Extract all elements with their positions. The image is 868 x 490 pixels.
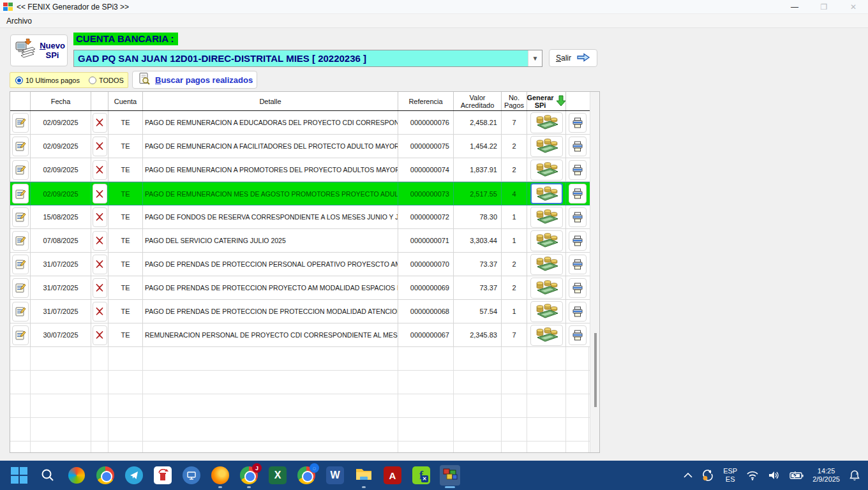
nuevo-spi-button[interactable]: NuevoSPi	[10, 34, 68, 66]
taskbar-chrome-profile-j[interactable]: J	[239, 465, 259, 486]
edit-payment-button[interactable]	[12, 137, 29, 156]
cuenta-cell: TE	[108, 323, 143, 346]
valor-acreditado-cell: 78.30	[454, 205, 502, 228]
table-row[interactable]: 31/07/2025 TE PAGO DE PRENDAS DE PROTECC…	[10, 253, 599, 276]
word-icon: W	[326, 466, 344, 484]
table-row[interactable]: 31/07/2025 TE PAGO DE PRENDAS DE PROTECC…	[10, 276, 599, 300]
taskbar-firefox[interactable]	[210, 465, 230, 486]
close-button[interactable]: ✕	[839, 0, 868, 14]
header-edit-col	[10, 92, 31, 110]
empty-cell	[454, 442, 502, 453]
battery-icon[interactable]	[789, 471, 804, 480]
delete-payment-button[interactable]	[93, 302, 107, 322]
delete-payment-button[interactable]	[93, 160, 107, 180]
table-row[interactable]: 02/09/2025 TE PAGO DE REMUNERACION A FAC…	[10, 135, 599, 158]
taskbar-acrobat[interactable]: A	[382, 465, 403, 486]
print-button[interactable]	[569, 207, 587, 227]
scrollbar-thumb[interactable]	[594, 333, 597, 407]
empty-cell	[566, 442, 589, 453]
wifi-icon[interactable]	[746, 470, 759, 480]
table-row[interactable]: 02/09/2025 TE PAGO DE REMUNERACION A EDU…	[10, 111, 599, 135]
table-row[interactable]: 30/07/2025 TE REMUNERACION PERSONAL DE P…	[10, 323, 599, 347]
generar-spi-button[interactable]	[530, 278, 563, 299]
delete-payment-button[interactable]	[93, 278, 107, 298]
print-button[interactable]	[569, 325, 587, 345]
delete-payment-button[interactable]	[93, 231, 107, 251]
generar-spi-button[interactable]	[530, 183, 563, 204]
edit-payment-button[interactable]	[12, 325, 29, 345]
table-vertical-scrollbar[interactable]	[590, 92, 599, 452]
taskbar-copilot[interactable]	[66, 465, 87, 486]
notification-bell-icon[interactable]: z	[849, 470, 860, 481]
salir-button[interactable]: Salir	[549, 49, 597, 67]
edit-payment-button[interactable]	[12, 231, 29, 251]
fecha-cell: 02/09/2025	[31, 182, 91, 205]
sync-tray-icon[interactable]	[701, 469, 714, 482]
print-button[interactable]	[569, 137, 587, 156]
table-row[interactable]: 02/09/2025 TE PAGO DE REMUNERACION MES D…	[10, 182, 599, 205]
chevron-down-icon[interactable]: ▼	[528, 50, 542, 66]
print-button[interactable]	[569, 160, 587, 180]
print-cell	[566, 182, 589, 205]
print-button[interactable]	[569, 231, 587, 251]
generar-spi-button[interactable]	[530, 301, 563, 322]
delete-payment-button[interactable]	[93, 137, 107, 156]
start-button[interactable]	[9, 465, 29, 486]
maximize-button[interactable]: ❐	[809, 0, 839, 14]
radio-todos[interactable]: TODOS	[89, 77, 124, 84]
edit-payment-button[interactable]	[12, 255, 29, 274]
edit-payment-button[interactable]	[12, 160, 29, 180]
table-row[interactable]: 15/08/2025 TE PAGO DE FONDOS DE RESERVA …	[10, 205, 599, 229]
radio-10-ultimos-pagos[interactable]: 10 Ultimos pagos	[15, 77, 80, 84]
taskbar-fenix-spi3-active[interactable]	[440, 465, 460, 486]
taskbar-telegram[interactable]	[124, 465, 144, 486]
menu-archivo[interactable]: Archivo	[0, 17, 38, 26]
delete-payment-button[interactable]	[93, 255, 107, 274]
filter-panel: 10 Ultimos pagos TODOS	[10, 72, 128, 88]
minimize-button[interactable]: —	[780, 0, 809, 14]
print-button[interactable]	[569, 184, 587, 204]
table-row[interactable]: 31/07/2025 TE PAGO DE PRENDAS DE PROTECC…	[10, 300, 599, 323]
delete-payment-button[interactable]	[93, 113, 107, 133]
edit-cell	[10, 300, 31, 323]
fenix-f-icon: f✕	[412, 466, 430, 484]
taskbar-remote-desktop[interactable]	[181, 465, 202, 486]
generar-spi-button[interactable]	[530, 160, 563, 181]
cuenta-bancaria-select[interactable]: GAD PQ SAN JUAN 12D01-DIREC-DISTRITAL MI…	[73, 50, 542, 67]
generar-spi-button[interactable]	[530, 136, 563, 157]
taskbar-word[interactable]: W	[325, 465, 345, 486]
print-button[interactable]	[569, 113, 587, 133]
taskbar-chrome-profile-2[interactable]: ◌	[296, 465, 317, 486]
generar-spi-button[interactable]	[530, 230, 563, 251]
table-row[interactable]: 02/09/2025 TE PAGO DE REMUNERACION A PRO…	[10, 158, 599, 182]
edit-payment-button[interactable]	[12, 113, 29, 133]
taskbar-recycle-app[interactable]	[153, 465, 173, 486]
table-row[interactable]: 07/08/2025 TE PAGO DEL SERVICIO CATERING…	[10, 229, 599, 253]
print-button[interactable]	[569, 302, 587, 322]
buscar-pagos-button[interactable]: Buscar pagos realizados	[132, 71, 257, 89]
generar-spi-button[interactable]	[530, 112, 563, 133]
taskbar-chrome[interactable]	[95, 465, 116, 486]
taskbar-search[interactable]	[38, 465, 58, 486]
generar-spi-button[interactable]	[530, 325, 563, 346]
delete-payment-button[interactable]	[93, 325, 107, 345]
delete-payment-button[interactable]	[93, 184, 107, 204]
delete-payment-button[interactable]	[93, 207, 107, 227]
edit-payment-button[interactable]	[12, 184, 29, 204]
print-button[interactable]	[569, 255, 587, 274]
generar-spi-button[interactable]	[530, 207, 563, 228]
taskbar-excel[interactable]: X	[267, 465, 288, 486]
profile-2-badge: ◌	[310, 463, 319, 473]
taskbar-file-explorer[interactable]	[354, 465, 374, 486]
detalle-cell: PAGO DE REMUNERACION A FACILITADORES DEL…	[143, 135, 398, 158]
print-button[interactable]	[569, 278, 587, 298]
language-indicator[interactable]: ESPES	[723, 467, 737, 484]
tray-chevron-up-icon[interactable]	[684, 473, 692, 478]
edit-payment-button[interactable]	[12, 278, 29, 298]
taskbar-fenix-f[interactable]: f✕	[411, 465, 431, 486]
generar-spi-button[interactable]	[530, 254, 563, 275]
clock[interactable]: 14:252/9/2025	[812, 467, 840, 484]
speaker-icon[interactable]	[768, 470, 781, 480]
edit-payment-button[interactable]	[12, 207, 29, 227]
edit-payment-button[interactable]	[12, 302, 29, 322]
